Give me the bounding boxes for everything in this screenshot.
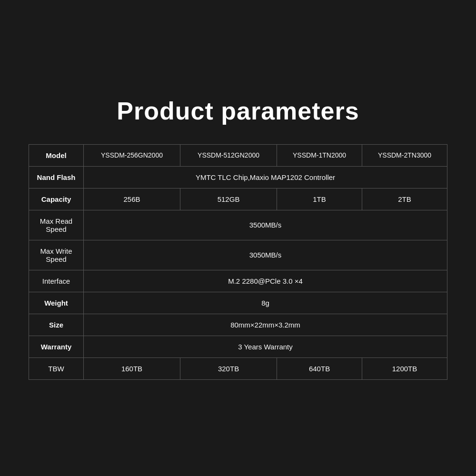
row-value-6: 8g <box>84 292 447 314</box>
row-label-1: Nand Flash <box>29 166 84 188</box>
page-title: Product parameters <box>117 97 359 125</box>
row-2-col-1: 512GB <box>180 188 277 210</box>
row-label-3: Max Read Speed <box>29 210 84 240</box>
row-label-8: Warranty <box>29 336 84 357</box>
product-parameters-table: ModelYSSDM-256GN2000YSSDM-512GN2000YSSDM… <box>29 144 447 380</box>
row-label-4: Max Write Speed <box>29 240 84 270</box>
row-label-9: TBW <box>29 357 84 379</box>
row-0-col-3: YSSDM-2TN3000 <box>362 144 447 166</box>
row-9-col-1: 320TB <box>180 357 277 379</box>
row-9-col-0: 160TB <box>84 357 180 379</box>
row-value-3: 3500MB/s <box>84 210 447 240</box>
row-9-col-2: 640TB <box>277 357 362 379</box>
row-label-6: Weight <box>29 292 84 314</box>
row-0-col-1: YSSDM-512GN2000 <box>180 144 277 166</box>
row-label-2: Capacity <box>29 188 84 210</box>
row-2-col-0: 256B <box>84 188 180 210</box>
row-2-col-2: 1TB <box>277 188 362 210</box>
row-2-col-3: 2TB <box>362 188 447 210</box>
row-label-5: Interface <box>29 270 84 292</box>
row-value-5: M.2 2280@PCle 3.0 ×4 <box>84 270 447 292</box>
row-value-1: YMTC TLC Chip,Maxio MAP1202 Controller <box>84 166 447 188</box>
row-9-col-3: 1200TB <box>362 357 447 379</box>
row-label-7: Size <box>29 314 84 336</box>
row-0-col-0: YSSDM-256GN2000 <box>84 144 180 166</box>
row-value-8: 3 Years Warranty <box>84 336 447 357</box>
row-0-col-2: YSSDM-1TN2000 <box>277 144 362 166</box>
row-value-4: 3050MB/s <box>84 240 447 270</box>
row-label-0: Model <box>29 144 84 166</box>
row-value-7: 80mm×22mm×3.2mm <box>84 314 447 336</box>
